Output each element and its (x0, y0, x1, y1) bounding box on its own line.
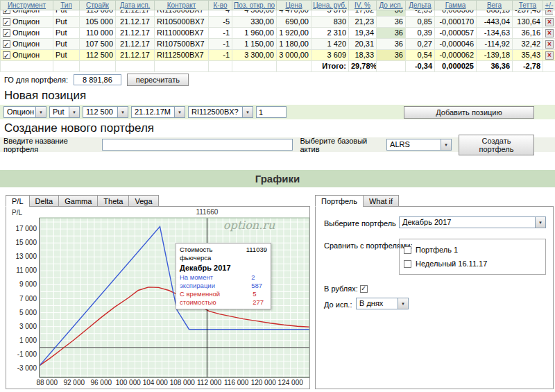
position-checkbox[interactable] (3, 40, 10, 48)
position-checkbox[interactable] (3, 51, 10, 59)
cell-open: 1 150,00 (232, 39, 277, 50)
cell-delta: 0,27 (406, 39, 435, 50)
cell-vega: 868,13 (477, 10, 513, 17)
totals-row: Итого:29,78%-0,340,00002536,36-2,78 (1, 61, 555, 72)
cell-strike: 112 500 (80, 50, 116, 61)
column-header-2[interactable]: Страйк (80, 1, 116, 10)
cell-strike: 115 000 (80, 10, 116, 17)
column-header-4[interactable]: Контракт (155, 1, 209, 10)
rubles-checkbox[interactable] (360, 285, 368, 293)
tab-gamma[interactable]: Gamma (58, 195, 98, 207)
new-position-select-3[interactable]: 21.12.17М▼ (131, 106, 185, 118)
position-checkbox[interactable] (3, 29, 10, 37)
tooltip-title: Декабрь 2017 (180, 264, 267, 272)
base-asset-label: Выберите базовый актив (300, 137, 384, 153)
column-header-0[interactable]: Инструмент (1, 1, 53, 10)
base-asset-select[interactable]: ALRS▼ (386, 139, 452, 151)
delete-position-button[interactable]: × (545, 29, 554, 37)
column-header-3[interactable]: Дата исп. (116, 1, 155, 10)
new-position-select-1[interactable]: Put▼ (49, 106, 80, 118)
column-header-7[interactable]: Цена (277, 1, 311, 10)
pl-chart-container: option.ru11166088 00092 00096 000100 000… (6, 206, 310, 389)
recalculate-button[interactable]: пересчитать (127, 74, 189, 86)
days-select[interactable]: В днях▼ (356, 298, 409, 309)
column-header-15[interactable]: +/- (543, 1, 555, 10)
position-checkbox[interactable] (3, 10, 10, 14)
delete-position-button[interactable]: × (545, 18, 554, 26)
cell-date: 21.12.17 (116, 17, 155, 28)
column-header-13[interactable]: Вега (477, 1, 513, 10)
cell-type: Put (53, 50, 80, 61)
new-position-select-0[interactable]: Опцион▼ (3, 106, 46, 118)
column-header-11[interactable]: Дельта (406, 1, 435, 10)
compare-checkbox-0[interactable] (404, 246, 411, 254)
column-header-14[interactable]: Тетта (513, 1, 543, 10)
column-header-8[interactable]: Цена, руб. (311, 1, 349, 10)
chevron-down-icon: ▼ (242, 107, 253, 117)
cell-price: 690,00 (277, 17, 311, 28)
positions-table: ИнструментТипСтрайкДата исп.КонтрактК-во… (0, 0, 555, 72)
tab-what-if[interactable]: What if (363, 195, 399, 207)
cell-type: Put (53, 17, 80, 28)
cell-delta: -2,39 (406, 10, 435, 17)
cell-strike: 110 000 (80, 28, 116, 39)
portfolio-name-input[interactable] (102, 139, 293, 151)
position-checkbox[interactable] (3, 18, 10, 26)
svg-text:88 000: 88 000 (36, 379, 58, 386)
column-header-10[interactable]: До исп. (377, 1, 406, 10)
svg-text:104 000: 104 000 (143, 379, 169, 386)
cell-days: 36 (377, 50, 406, 61)
position-row: ОпционPut110 00021.12.17RI110000BX7-11 9… (1, 28, 555, 39)
cell-qty: -5 (209, 17, 232, 28)
cell-theta: 32,42 (513, 39, 543, 50)
new-position-select-2[interactable]: 112 500▼ (83, 106, 128, 118)
new-position-select-4[interactable]: RI112500BX?▼ (188, 106, 253, 118)
svg-text:option.ru: option.ru (223, 219, 275, 232)
cell-theta: -237,43 (513, 10, 543, 17)
tab-портфель[interactable]: Портфель (315, 195, 364, 207)
compare-option-label: Недельный 16.11.17 (416, 259, 487, 268)
cell-days: 36 (377, 39, 406, 50)
create-portfolio-button[interactable]: Создать портфель (459, 135, 534, 155)
add-position-button[interactable]: Добавить позицию (404, 106, 534, 119)
days-select-value: В днях (357, 298, 398, 309)
column-header-5[interactable]: К-во (209, 1, 232, 10)
column-header-6[interactable]: Поз. откр. по (232, 1, 277, 10)
total-type (53, 61, 80, 72)
cell-qty: -1 (209, 50, 232, 61)
cell-open: 3 300,00 (232, 50, 277, 61)
svg-text:100 000: 100 000 (116, 379, 142, 386)
cell-iv: 18,33 (349, 50, 377, 61)
cell-price: 4 470,00 (277, 10, 311, 17)
total-delta: -0,34 (406, 61, 435, 72)
compare-checkbox-1[interactable] (404, 260, 411, 268)
cell-strike: 105 000 (80, 17, 116, 28)
portfolio-select[interactable]: Декабрь 2017▼ (399, 216, 546, 228)
cell-iv: 17,62 (349, 10, 377, 17)
charts-area: P/LDeltaGammaThetaVega option.ru11166088… (0, 195, 555, 389)
column-header-1[interactable]: Тип (53, 1, 80, 10)
delete-position-button[interactable]: × (545, 10, 553, 15)
cell-vega: -139,18 (477, 50, 513, 61)
column-header-12[interactable]: Гамма (435, 1, 477, 10)
tooltip-series-row-1: С временной стоимостью5 277 (180, 290, 267, 307)
tab-vega[interactable]: Vega (128, 195, 158, 207)
svg-text:13 000: 13 000 (15, 253, 37, 260)
total-vega: 36,36 (477, 61, 513, 72)
instrument-label: Опцион (12, 10, 40, 15)
cell-gamma: -0,000057 (435, 28, 477, 39)
quantity-input[interactable] (256, 106, 287, 118)
delete-position-button[interactable]: × (545, 51, 554, 60)
delete-position-button[interactable]: × (545, 40, 554, 49)
new-portfolio-controls: Введите название портфеля Выберите базов… (0, 137, 555, 152)
tab-delta[interactable]: Delta (29, 195, 60, 207)
svg-text:116 000: 116 000 (224, 379, 249, 386)
cell-del: × (543, 28, 555, 39)
instrument-label: Опцион (12, 28, 40, 38)
svg-text:9 000: 9 000 (19, 280, 37, 288)
position-row: ОпционPut105 00021.12.17RI105000BX7-5330… (1, 17, 555, 28)
tab-theta[interactable]: Theta (97, 195, 129, 207)
tab-p-l[interactable]: P/L (6, 195, 30, 207)
chevron-down-icon: ▼ (117, 107, 128, 117)
column-header-9[interactable]: IV, % (349, 1, 377, 10)
